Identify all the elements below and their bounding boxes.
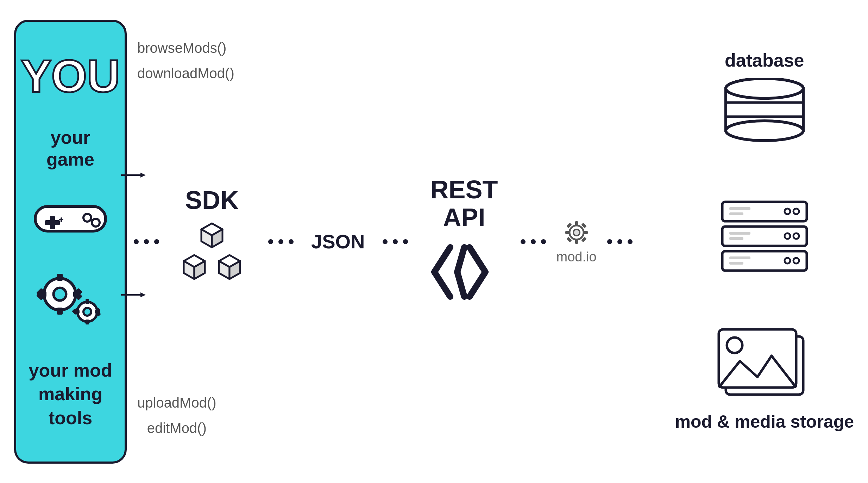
right-panel: database	[675, 14, 854, 469]
sdk-section: SDK	[166, 186, 258, 297]
svg-rect-19	[86, 299, 89, 304]
svg-rect-44	[565, 231, 570, 234]
server-icon	[715, 198, 814, 276]
gears-icon	[35, 268, 106, 331]
upload-mod-label: uploadMod()	[137, 390, 216, 415]
you-title: YOU	[21, 53, 120, 99]
rest-api-code-icon	[429, 237, 499, 307]
rest-api-section: REST API	[419, 176, 510, 307]
media-storage-section: mod & media storage	[675, 326, 854, 433]
left-connectors	[134, 239, 166, 244]
dot7	[383, 239, 388, 244]
svg-rect-10	[57, 308, 63, 315]
svg-rect-65	[729, 237, 743, 240]
edit-mod-label: editMod()	[137, 415, 216, 441]
svg-rect-69	[729, 256, 750, 259]
svg-point-3	[83, 214, 91, 222]
svg-rect-20	[86, 320, 89, 324]
svg-point-8	[54, 288, 66, 301]
right-connectors	[597, 239, 643, 244]
svg-rect-60	[729, 212, 743, 215]
svg-point-52	[726, 121, 803, 141]
mid-connectors-3	[510, 239, 556, 244]
svg-rect-42	[575, 221, 578, 226]
dot12	[541, 239, 546, 244]
modio-section: mod.io	[556, 218, 597, 265]
svg-rect-9	[57, 274, 63, 281]
svg-rect-2	[45, 220, 60, 225]
dot3	[154, 239, 159, 244]
svg-point-67	[793, 258, 799, 264]
mid-connectors-1	[258, 239, 304, 244]
sdk-cubes-icon	[170, 220, 254, 297]
media-storage-icon	[715, 326, 814, 403]
mid-connectors-2	[372, 239, 419, 244]
json-label: JSON	[304, 230, 372, 253]
dot2	[144, 239, 149, 244]
center-flow: SDK	[127, 176, 675, 307]
dot11	[531, 239, 536, 244]
you-card: YOU your game	[14, 20, 127, 464]
dot5	[278, 239, 283, 244]
top-functions: browseMods() downloadMod()	[137, 35, 234, 86]
gamepad-icon	[32, 198, 109, 240]
modio-gear-icon	[562, 218, 591, 247]
dot15	[628, 239, 633, 244]
database-icon	[715, 78, 814, 148]
dot1	[134, 239, 139, 244]
svg-point-68	[785, 258, 790, 264]
server-section	[715, 198, 814, 276]
dot6	[289, 239, 294, 244]
database-section: database	[715, 50, 814, 148]
svg-point-63	[785, 233, 790, 239]
dot14	[617, 239, 622, 244]
diagram-wrapper: YOU your game	[0, 0, 868, 483]
download-mod-label: downloadMod()	[137, 61, 234, 86]
sdk-label: SDK	[185, 186, 239, 215]
svg-point-55	[726, 79, 803, 98]
dot10	[521, 239, 526, 244]
your-mod-label: your mod making tools	[27, 359, 114, 430]
svg-rect-59	[729, 207, 750, 210]
svg-point-41	[573, 229, 580, 236]
svg-rect-64	[729, 232, 750, 235]
svg-point-57	[793, 209, 799, 214]
svg-point-62	[793, 233, 799, 239]
main-flow: browseMods() downloadMod() uploadMod() e…	[127, 14, 675, 469]
storage-label: mod & media storage	[675, 410, 854, 433]
svg-point-58	[785, 209, 790, 214]
dot9	[403, 239, 408, 244]
svg-rect-43	[575, 239, 578, 244]
modio-label: mod.io	[556, 249, 597, 265]
rest-api-label: REST API	[430, 176, 498, 231]
dot13	[607, 239, 612, 244]
browse-mods-label: browseMods()	[137, 35, 234, 61]
dot4	[268, 239, 273, 244]
svg-point-73	[727, 338, 742, 353]
your-game-label: your game	[27, 126, 114, 171]
database-label: database	[725, 50, 804, 71]
svg-point-4	[92, 219, 100, 227]
svg-rect-6	[59, 219, 63, 220]
svg-rect-45	[583, 231, 588, 234]
svg-point-18	[83, 308, 91, 316]
bottom-functions: uploadMod() editMod()	[137, 390, 216, 441]
svg-rect-70	[729, 262, 743, 265]
dot8	[393, 239, 398, 244]
